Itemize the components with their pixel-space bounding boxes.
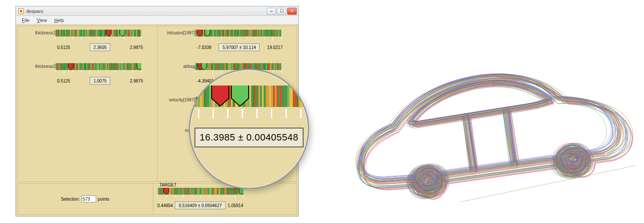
maximize-button[interactable]: ☐ [277, 8, 286, 15]
svg-point-1 [20, 10, 22, 12]
param-label: thickness1 [22, 30, 55, 35]
magnified-ticks [194, 109, 304, 120]
param-label: velocity[1997] [162, 97, 195, 102]
max-value: 2.9875 [130, 79, 143, 83]
magnified-slider-bar [194, 86, 304, 107]
magnified-value-box: 16.3985 ± 0.00405548 [194, 128, 304, 147]
target-slider[interactable] [158, 188, 243, 199]
close-button[interactable]: ✕ [287, 8, 297, 15]
svg-marker-6 [197, 30, 202, 37]
app-icon [18, 8, 24, 15]
svg-marker-16 [212, 86, 229, 106]
menubar: File View Help [16, 16, 298, 24]
value-box[interactable]: 2.3605 [90, 43, 111, 51]
red-handle[interactable] [106, 30, 112, 37]
menu-help[interactable]: Help [51, 17, 67, 24]
svg-marker-7 [205, 30, 210, 37]
param-thickness1: thickness10.51252.36052.9875 [22, 30, 153, 51]
selection-label: Selection: [61, 197, 80, 202]
green-handle[interactable] [119, 30, 125, 37]
svg-marker-9 [201, 63, 207, 70]
selection-panel: Selection: points [18, 183, 153, 214]
minimize-button[interactable]: ‒ [267, 8, 276, 15]
param-slider[interactable] [55, 30, 141, 41]
selection-input[interactable] [82, 196, 96, 202]
selection-points-label: points [98, 197, 109, 202]
param-slider[interactable] [55, 63, 141, 74]
svg-marker-17 [231, 86, 249, 106]
svg-marker-5 [137, 63, 141, 70]
green-handle[interactable] [201, 63, 207, 70]
red-handle[interactable] [197, 30, 203, 37]
min-value: -7.0339 [197, 45, 212, 50]
green-handle[interactable] [204, 30, 210, 37]
menu-file[interactable]: File [18, 17, 33, 24]
param-label: intrusion[1997] [162, 30, 195, 35]
svg-marker-2 [106, 30, 111, 37]
svg-marker-3 [120, 30, 125, 37]
magnifier-lens: 16.3985 ± 0.00405548 [189, 69, 309, 189]
svg-marker-4 [68, 63, 73, 70]
green-handle[interactable] [239, 188, 243, 195]
target-value-box[interactable]: 0.516409 ± 0.0504627 [175, 202, 225, 209]
param-intrusion-1997-: intrusion[1997]-7.03395.97007 ± 10.11419… [162, 30, 293, 51]
green-handle[interactable] [137, 63, 141, 70]
min-value: 0.5125 [57, 79, 70, 83]
value-box[interactable]: 5.97007 ± 10.114 [219, 43, 260, 51]
car-wireframe-visualization [326, 13, 635, 202]
svg-marker-15 [239, 188, 243, 195]
value-box[interactable]: 1.0075 [90, 77, 111, 85]
red-handle[interactable] [68, 63, 74, 70]
param-thickness2: thickness20.51251.00752.9875 [22, 63, 153, 85]
min-value: 0.5125 [57, 45, 70, 50]
window-controls: ‒ ☐ ✕ [267, 8, 297, 15]
max-value: 19.0217 [267, 45, 283, 50]
param-label: airbag [162, 63, 195, 69]
param-label: thickness2 [22, 63, 55, 69]
target-min: 0.44954 [158, 203, 173, 208]
max-value: 2.9875 [130, 45, 143, 50]
menu-view[interactable]: View [33, 17, 51, 24]
window-title: desparo [26, 9, 267, 14]
red-handle[interactable] [163, 188, 169, 195]
magnified-green-handle [231, 86, 249, 107]
target-label: TARGET [159, 183, 176, 187]
magnified-red-handle [211, 86, 230, 107]
titlebar[interactable]: desparo ‒ ☐ ✕ [16, 6, 298, 16]
svg-marker-14 [164, 188, 169, 195]
target-max: 1.05914 [228, 203, 243, 208]
column-left: thickness10.51252.36052.9875thickness20.… [18, 26, 158, 181]
target-panel: TARGET 0.449540.516409 ± 0.05046271.0591… [153, 183, 297, 214]
param-slider[interactable] [195, 30, 281, 41]
